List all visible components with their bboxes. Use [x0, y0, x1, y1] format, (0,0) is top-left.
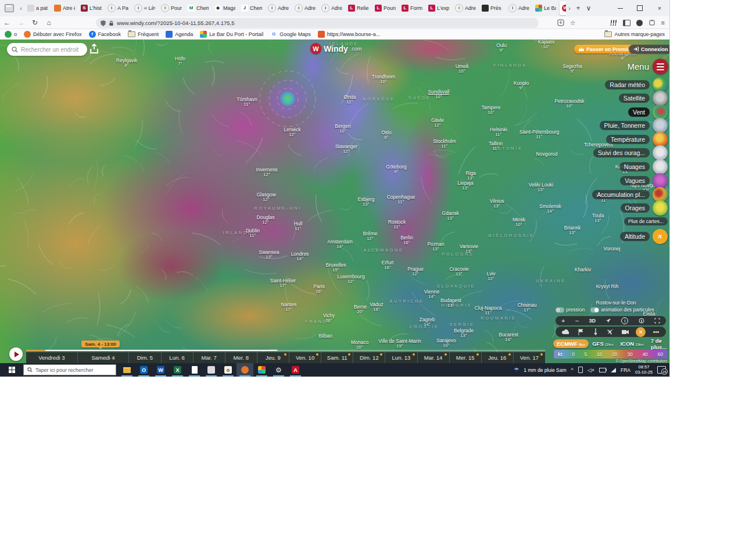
fullscreen-icon[interactable] — [654, 318, 660, 324]
new-tab-button[interactable]: + — [573, 4, 583, 12]
back-button[interactable]: ← — [0, 19, 14, 27]
zoom-in-button[interactable]: + — [561, 317, 565, 324]
browser-tab[interactable]: iAdres — [453, 1, 478, 15]
profile-icon[interactable] — [636, 20, 643, 26]
bookmark-item[interactable]: o — [5, 31, 17, 38]
browser-tab[interactable]: iA Pari — [105, 1, 131, 15]
timeline-day[interactable]: Mer. 15 — [449, 352, 481, 363]
play-button[interactable] — [9, 347, 23, 361]
weather-umbrella-icon[interactable]: ☂ — [514, 367, 519, 373]
timeline-day[interactable]: Sam. 11 — [321, 352, 353, 363]
timeline-day[interactable]: Samedi 4 — [77, 352, 129, 363]
timeline-day[interactable]: Dim. 5 — [128, 352, 160, 363]
browser-tab[interactable]: LL'exp — [426, 1, 452, 15]
browser-tab[interactable]: JChem — [239, 1, 264, 15]
extensions-icon[interactable] — [648, 19, 655, 26]
browser-tab[interactable]: Atre ê — [52, 1, 77, 15]
browser-tab[interactable]: iAdres — [319, 1, 345, 15]
timeline-day[interactable]: Lun. 13 — [385, 352, 417, 363]
minimize-button[interactable] — [610, 0, 630, 16]
sounding-icon[interactable] — [591, 328, 600, 335]
particles-toggle[interactable]: animation des particules — [590, 307, 654, 313]
webcam-icon[interactable] — [621, 329, 630, 335]
taskbar-app-firefox[interactable] — [237, 363, 253, 377]
taskbar-app-outlook[interactable]: O — [135, 363, 152, 377]
pressure-toggle[interactable]: pression — [556, 307, 585, 313]
layer-item-suivi-des-ourag-[interactable]: Suivi des ourag... — [593, 145, 668, 160]
bookmark-item[interactable]: Agenda — [166, 31, 193, 38]
timeline-day[interactable]: Lun. 6 — [161, 352, 193, 363]
layer-item-pluie-tonnerre[interactable]: Pluie, Tonnerre — [600, 118, 668, 133]
taskbar-app-printer[interactable] — [203, 363, 220, 377]
layer-item-nuages[interactable]: Nuages — [619, 159, 668, 174]
bookmark-item[interactable]: Débuter avec Firefox — [24, 31, 82, 38]
browser-tab[interactable]: iAdres — [506, 1, 532, 15]
battery-icon[interactable] — [599, 368, 606, 372]
hidden-icons-chevron[interactable]: ^ — [571, 367, 574, 373]
sidebar-icon[interactable] — [623, 20, 630, 26]
layer-item-plus-de-cartes-[interactable]: Plus de cartes... — [624, 217, 668, 225]
menu-button[interactable]: Menu — [627, 59, 668, 74]
bookmark-item[interactable]: Fréquent — [128, 31, 159, 37]
browser-tab[interactable]: LForma — [399, 1, 425, 15]
model-7-de-plus-[interactable]: 7 de plus... — [647, 336, 669, 352]
timeline-day[interactable]: Ven. 10 — [289, 352, 321, 363]
timeline-day[interactable]: Vendredi 3 — [26, 352, 77, 363]
phone-icon[interactable] — [578, 367, 583, 373]
taskbar-search-input[interactable]: Taper ici pour rechercher — [23, 364, 116, 375]
layer-item-vagues[interactable]: Vagues — [620, 173, 668, 188]
start-button[interactable] — [0, 363, 23, 377]
browser-tab[interactable]: LRelie — [346, 1, 371, 15]
more-icon[interactable]: ••• — [651, 329, 661, 335]
address-bar[interactable]: www.windy.com/?2025-10-04-11,55.267,4.17… — [96, 18, 539, 28]
taskbar-app-onenote[interactable]: o — [220, 363, 237, 377]
wind-scale-legend[interactable]: kt051020304060 — [554, 350, 667, 359]
language-indicator[interactable]: FRA — [621, 367, 630, 373]
menu-hamburger-icon[interactable]: ≡ — [661, 19, 665, 26]
browser-tab[interactable]: i« Lèv — [132, 1, 157, 15]
place-search-input[interactable]: Rechercher un endroit — [7, 43, 87, 56]
info-icon[interactable]: i — [621, 317, 628, 324]
taskbar-app-notepad[interactable] — [186, 363, 203, 377]
browser-tab[interactable]: iPourq — [159, 1, 184, 15]
browser-tab[interactable]: SL'hist — [78, 1, 104, 15]
firefox-view-icon[interactable] — [5, 4, 14, 12]
bookmark-item[interactable]: fFacebook — [89, 31, 121, 38]
notification-center-icon[interactable]: 15 — [657, 366, 666, 374]
taskbar-app-excel[interactable]: X — [169, 363, 186, 377]
library-icon[interactable] — [610, 20, 617, 26]
close-button[interactable]: × — [650, 0, 669, 16]
timeline-day[interactable]: Mar. 7 — [193, 352, 225, 363]
zoom-out-button[interactable]: − — [575, 317, 579, 324]
layer-item-altitude[interactable]: Altitude✈ — [620, 229, 668, 244]
browser-tab[interactable]: WWi× — [560, 1, 566, 15]
bookmark-item[interactable]: https://www.bourse-a... — [318, 31, 381, 38]
model-ecmwf[interactable]: ECMWF9km — [553, 339, 589, 348]
compass-icon[interactable] — [639, 318, 644, 324]
model-gfs[interactable]: GFS22km — [589, 339, 617, 348]
restore-button[interactable] — [630, 0, 650, 16]
browser-tab[interactable]: ◆Maga — [212, 1, 238, 15]
bookmark-item[interactable]: GGoogle Maps — [270, 31, 311, 38]
timeline-day[interactable]: Jeu. 16 — [481, 352, 513, 363]
taskbar-app-file-explorer[interactable] — [119, 363, 135, 377]
tab-scroll-right-icon[interactable]: › — [566, 5, 573, 12]
layer-item-satellite[interactable]: Satellite — [619, 91, 668, 106]
network-icon[interactable] — [611, 368, 616, 372]
forward-button[interactable]: → — [14, 19, 28, 27]
browser-tab[interactable]: Le Bar — [533, 1, 558, 15]
reload-button[interactable]: ↻ — [28, 19, 42, 27]
bookmark-star-icon[interactable]: ☆ — [570, 19, 576, 27]
timeline-track[interactable] — [26, 350, 545, 351]
layer-item-orages[interactable]: Orages — [621, 200, 668, 216]
weather-icon[interactable] — [561, 328, 570, 335]
windy-logo[interactable]: W Windy .com — [310, 43, 361, 54]
taskbar-app-settings[interactable]: ⚙ — [270, 363, 287, 377]
bookmark-item[interactable]: Le Bar Du Port - Portail — [200, 31, 263, 38]
other-bookmarks[interactable]: Autres marque-pages — [604, 31, 665, 37]
browser-tab[interactable]: MChem — [185, 1, 211, 15]
3d-button[interactable]: 3D — [589, 318, 596, 324]
windy-map[interactable]: ISLANDENORVÈGESUÈDEFINLANDEESTONIEROYAUM… — [0, 40, 669, 363]
model-icon[interactable]: ICON13km — [617, 339, 647, 348]
login-button[interactable]: Connexion — [629, 45, 669, 53]
